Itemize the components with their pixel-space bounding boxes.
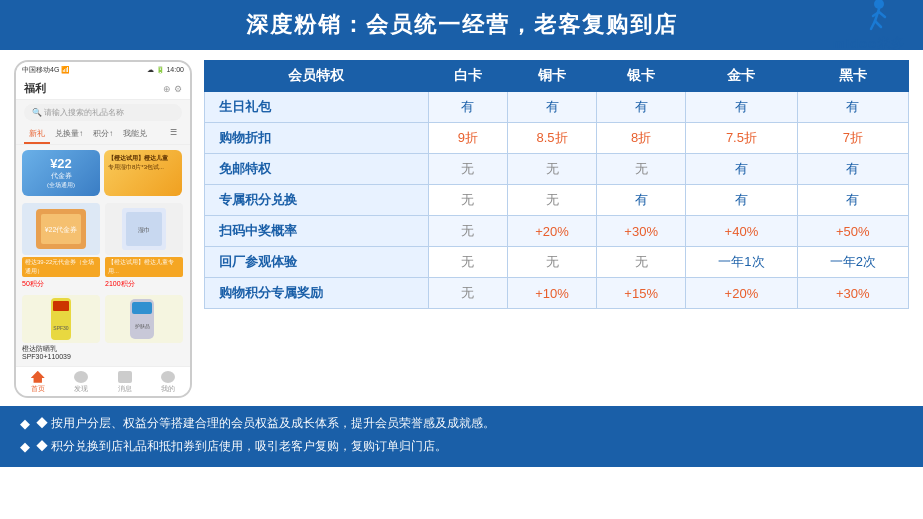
svg-text:¥22代金券: ¥22代金券 [45, 226, 78, 233]
phone-search-bar[interactable]: 🔍 请输入搜索的礼品名称 [24, 104, 182, 121]
table-row: 扫码中奖概率无+20%+30%+40%+50% [205, 216, 909, 247]
cell-value: 有 [797, 92, 908, 123]
message-icon [118, 371, 132, 383]
phone-tab-exchange[interactable]: 兑换量↑ [50, 125, 88, 144]
footer-item-1: ◆ ◆ 按用户分层、权益分等搭建合理的会员权益及成长体系，提升会员荣誉感及成就感… [20, 414, 903, 435]
product3-desc: 橙达防晒乳 SPF30+110039 [22, 345, 100, 362]
product2-svg: 湿巾 [114, 204, 174, 254]
cell-value: +30% [797, 278, 908, 309]
product-img-2: 湿巾 [105, 203, 183, 255]
footer-text-2: ◆ 积分兑换到店礼品和抵扣券到店使用，吸引老客户复购，复购订单归门店。 [36, 437, 447, 456]
product-item-1: ¥22代金券 橙达39-22元代金券（全场通用） 50积分 [22, 203, 100, 289]
nav-item-message[interactable]: 消息 [103, 371, 147, 394]
cell-value: 无 [428, 216, 507, 247]
cell-value: 无 [428, 247, 507, 278]
cell-value: 无 [597, 154, 686, 185]
cell-privilege: 免邮特权 [205, 154, 429, 185]
cell-value: 8折 [597, 123, 686, 154]
logo-text: midoo米多 [833, 35, 905, 53]
cell-privilege: 扫码中奖概率 [205, 216, 429, 247]
cell-privilege: 回厂参观体验 [205, 247, 429, 278]
footer-text-1: ◆ 按用户分层、权益分等搭建合理的会员权益及成长体系，提升会员荣誉感及成就感。 [36, 414, 495, 433]
phone-bottom-nav: 首页 发现 消息 我的 [16, 366, 190, 396]
cell-value: 8.5折 [507, 123, 596, 154]
svg-line-2 [871, 21, 875, 29]
cell-value: 7折 [797, 123, 908, 154]
cell-value: 无 [428, 278, 507, 309]
phone-tab-mine[interactable]: 我能兑 [118, 125, 152, 144]
cell-value: 无 [507, 185, 596, 216]
phone-tab-filter[interactable]: ☰ [165, 125, 182, 144]
midoo-logo-icon [847, 0, 891, 33]
cell-value: 无 [507, 247, 596, 278]
nav-label-discover: 发现 [74, 384, 88, 394]
cell-value: +15% [597, 278, 686, 309]
cell-value: +20% [507, 216, 596, 247]
page-header: 深度粉销：会员统一经营，老客复购到店 midoo米多 [0, 0, 923, 50]
cell-value: 有 [797, 154, 908, 185]
col-header-white: 白卡 [428, 61, 507, 92]
phone-tab-new[interactable]: 新礼 [24, 125, 50, 144]
phone-time: ☁ 🔋 14:00 [147, 66, 184, 74]
nav-item-mine[interactable]: 我的 [147, 371, 191, 394]
cell-value: +30% [597, 216, 686, 247]
product4-svg: 护肤品 [114, 296, 174, 342]
product-img-3: SPF30 [22, 295, 100, 343]
phone-header: 福利 ⊕ ⚙ [16, 78, 190, 100]
cell-value: 有 [428, 92, 507, 123]
phone-card-coupon[interactable]: ¥22 代金券 (全场通用) [22, 150, 100, 196]
nav-label-mine: 我的 [161, 384, 175, 394]
table-row: 生日礼包有有有有有 [205, 92, 909, 123]
table-row: 购物折扣9折8.5折8折7.5折7折 [205, 123, 909, 154]
membership-table: 会员特权 白卡 铜卡 银卡 金卡 黑卡 生日礼包有有有有有购物折扣9折8.5折8… [204, 60, 909, 309]
card-sublabel: (全场通用) [47, 181, 75, 190]
cell-value: +20% [686, 278, 797, 309]
svg-text:护肤品: 护肤品 [134, 323, 150, 329]
svg-point-0 [874, 0, 884, 9]
bullet-2: ◆ [20, 437, 30, 458]
cell-privilege: 购物积分专属奖励 [205, 278, 429, 309]
phone-tabs: 新礼 兑换量↑ 积分↑ 我能兑 ☰ [16, 125, 190, 145]
card-amount: ¥22 [50, 156, 72, 171]
cell-value: 有 [686, 185, 797, 216]
cell-value: 无 [597, 247, 686, 278]
nav-label-home: 首页 [31, 384, 45, 394]
product1-points: 50积分 [22, 279, 100, 289]
footer: ◆ ◆ 按用户分层、权益分等搭建合理的会员权益及成长体系，提升会员荣誉感及成就感… [0, 406, 923, 468]
cell-value: 一年1次 [686, 247, 797, 278]
phone-tab-points[interactable]: 积分↑ [88, 125, 118, 144]
product-img-1: ¥22代金券 [22, 203, 100, 255]
page-title: 深度粉销：会员统一经营，老客复购到店 [246, 12, 678, 37]
phone-status-bar: 中国移动4G 📶 ☁ 🔋 14:00 [16, 62, 190, 78]
cell-value: +40% [686, 216, 797, 247]
product1-svg: ¥22代金券 [31, 204, 91, 254]
discover-icon [74, 371, 88, 383]
footer-item-2: ◆ ◆ 积分兑换到店礼品和抵扣券到店使用，吸引老客户复购，复购订单归门店。 [20, 437, 903, 458]
main-content: 中国移动4G 📶 ☁ 🔋 14:00 福利 ⊕ ⚙ 🔍 请输入搜索的礼品名称 新… [0, 50, 923, 406]
table-row: 专属积分兑换无无有有有 [205, 185, 909, 216]
card-label: 代金券 [51, 171, 72, 181]
svg-line-3 [875, 21, 881, 27]
svg-rect-16 [132, 302, 152, 314]
phone-product-row2: SPF30 橙达防晒乳 SPF30+110039 护肤品 [16, 293, 190, 366]
cell-value: 有 [797, 185, 908, 216]
cell-privilege: 生日礼包 [205, 92, 429, 123]
cell-value: 有 [597, 92, 686, 123]
phone-card-product[interactable]: 【橙达试用】橙达儿童 专用湿巾8片*3包试... [104, 150, 182, 196]
svg-rect-13 [53, 301, 69, 311]
nav-item-discover[interactable]: 发现 [60, 371, 104, 394]
search-icon: 🔍 [32, 108, 42, 117]
bullet-1: ◆ [20, 414, 30, 435]
cell-value: 一年2次 [797, 247, 908, 278]
cell-privilege: 专属积分兑换 [205, 185, 429, 216]
phone-cards-area: ¥22 代金券 (全场通用) 【橙达试用】橙达儿童 专用湿巾8片*3包试... [16, 145, 190, 201]
col-header-privilege: 会员特权 [205, 61, 429, 92]
col-header-gold: 金卡 [686, 61, 797, 92]
table-row: 回厂参观体验无无无一年1次一年2次 [205, 247, 909, 278]
nav-item-home[interactable]: 首页 [16, 371, 60, 394]
cell-value: 9折 [428, 123, 507, 154]
product3-svg: SPF30 [31, 296, 91, 342]
product-item-3: SPF30 橙达防晒乳 SPF30+110039 [22, 295, 100, 362]
table-row: 购物积分专属奖励无+10%+15%+20%+30% [205, 278, 909, 309]
product-item-2: 湿巾 【橙达试用】橙达儿童专用... 2100积分 [105, 203, 183, 289]
